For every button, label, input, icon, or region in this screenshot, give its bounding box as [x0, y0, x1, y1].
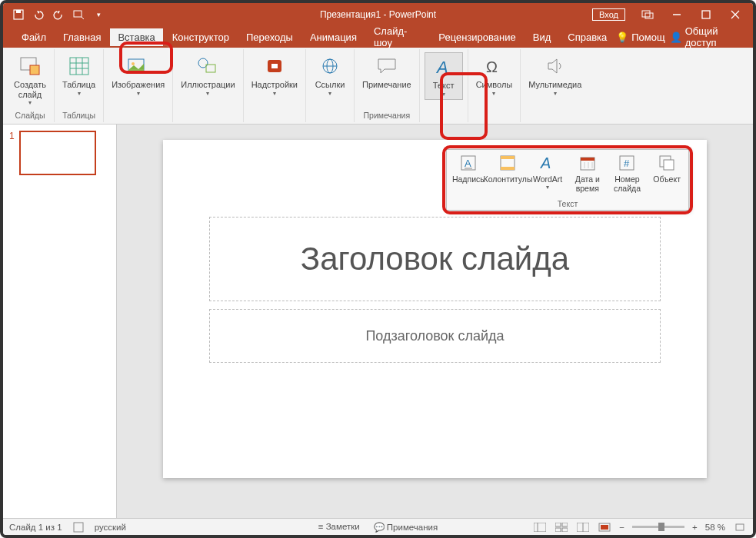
table-button[interactable]: Таблица▾	[59, 52, 98, 98]
comment-button[interactable]: Примечание	[359, 52, 415, 91]
tab-slideshow[interactable]: Слайд-шоу	[366, 22, 429, 51]
svg-rect-54	[736, 524, 744, 530]
save-icon[interactable]	[12, 8, 25, 21]
svg-rect-19	[206, 65, 215, 72]
zoom-in[interactable]: +	[692, 523, 698, 532]
omega-icon: Ω	[481, 54, 506, 78]
slidenum-button[interactable]: #Номерслайда	[608, 153, 646, 199]
new-slide-icon	[18, 54, 42, 78]
status-bar: Слайд 1 из 1 русский ≡ Заметки 💬 Примеча…	[3, 518, 753, 535]
comment-icon	[375, 54, 399, 78]
zoom-out[interactable]: −	[619, 523, 624, 532]
svg-rect-6	[702, 11, 710, 18]
zoom-level[interactable]: 58 %	[705, 523, 725, 532]
headerfooter-icon	[498, 153, 518, 173]
tab-file[interactable]: Файл	[14, 28, 54, 46]
calendar-icon	[578, 153, 598, 173]
tab-review[interactable]: Рецензирование	[431, 28, 523, 46]
svg-rect-21	[271, 64, 278, 68]
notes-toggle[interactable]: ≡ Заметки	[318, 522, 360, 533]
tab-design[interactable]: Конструктор	[165, 28, 237, 46]
qat-dropdown-icon[interactable]: ▾	[92, 8, 105, 21]
group-slides-label: Слайды	[15, 109, 45, 122]
table-icon	[67, 54, 92, 78]
svg-text:A: A	[435, 58, 448, 76]
object-button[interactable]: Объект	[648, 153, 686, 199]
reading-view-icon[interactable]	[576, 521, 590, 533]
maximize-icon[interactable]	[693, 4, 719, 25]
links-button[interactable]: Ссылки▾	[311, 52, 349, 98]
group-tables-label: Таблицы	[62, 109, 95, 122]
sorter-view-icon[interactable]	[555, 521, 568, 533]
slide-indicator[interactable]: Слайд 1 из 1	[9, 523, 62, 532]
text-icon: A	[431, 55, 456, 79]
normal-view-icon[interactable]	[533, 521, 547, 533]
title-placeholder[interactable]: Заголовок слайда	[209, 217, 661, 301]
thumbnail-pane: 1	[3, 125, 117, 518]
svg-rect-32	[501, 167, 515, 170]
ribbon: Создатьслайд▾ Слайды Таблица▾ Таблицы Из…	[3, 48, 753, 125]
ribbon-tabs: Файл Главная Вставка Конструктор Переход…	[3, 26, 753, 48]
images-icon	[126, 54, 151, 78]
display-settings-icon[interactable]	[634, 4, 661, 25]
link-icon	[318, 54, 342, 78]
svg-rect-35	[581, 158, 594, 161]
svg-text:A: A	[540, 154, 551, 171]
svg-point-17	[132, 62, 135, 65]
shapes-icon	[195, 54, 220, 78]
svg-rect-43	[74, 523, 83, 532]
close-icon[interactable]	[722, 4, 748, 25]
illustrations-button[interactable]: Иллюстрации▾	[178, 52, 238, 98]
textbox-icon: A	[458, 153, 478, 173]
wordart-icon: A	[538, 153, 558, 173]
svg-text:Ω: Ω	[486, 58, 498, 75]
tab-home[interactable]: Главная	[55, 28, 108, 46]
subtitle-placeholder[interactable]: Подзаголовок слайда	[209, 309, 661, 363]
slide-number: 1	[9, 131, 15, 175]
tab-insert[interactable]: Вставка	[110, 28, 162, 46]
svg-rect-47	[562, 523, 568, 526]
new-slide-button[interactable]: Создатьслайд▾	[11, 52, 49, 108]
tell-me[interactable]: 💡Помощ	[616, 32, 664, 43]
tab-transitions[interactable]: Переходы	[238, 28, 301, 46]
fit-icon[interactable]	[733, 521, 747, 533]
svg-rect-46	[555, 523, 561, 526]
svg-text:#: #	[624, 158, 630, 169]
headerfooter-button[interactable]: Колонтитулы	[488, 153, 527, 199]
tab-animations[interactable]: Анимация	[302, 28, 365, 46]
redo-icon[interactable]	[52, 8, 65, 21]
title-text: Заголовок слайда	[301, 241, 569, 277]
tell-me-label: Помощ	[631, 32, 664, 43]
datetime-button[interactable]: Дата ивремя	[568, 153, 607, 199]
svg-rect-10	[30, 65, 39, 75]
svg-rect-3	[642, 11, 650, 17]
startfrom-icon[interactable]	[72, 8, 85, 21]
slideshow-view-icon[interactable]	[598, 521, 611, 533]
textbox-button[interactable]: AНадпись	[449, 153, 488, 199]
language-indicator[interactable]: русский	[95, 523, 126, 532]
svg-rect-1	[16, 10, 21, 13]
svg-rect-53	[601, 525, 608, 530]
zoom-slider[interactable]	[632, 526, 684, 528]
svg-rect-31	[501, 156, 515, 159]
undo-icon[interactable]	[32, 8, 45, 21]
slide-thumbnail[interactable]	[19, 131, 96, 175]
login-button[interactable]: Вход	[592, 8, 625, 21]
svg-rect-11	[70, 58, 88, 75]
slidenum-icon: #	[617, 153, 637, 173]
svg-rect-48	[555, 528, 561, 532]
share-button[interactable]: 👤Общий доступ	[670, 25, 742, 48]
wordart-button[interactable]: AWordArt▾	[528, 153, 567, 199]
subtitle-text: Подзаголовок слайда	[365, 328, 504, 344]
comments-toggle[interactable]: 💬 Примечания	[374, 522, 438, 533]
text-button[interactable]: AТекст▾	[425, 52, 463, 100]
tab-help[interactable]: Справка	[560, 28, 614, 46]
media-button[interactable]: Мультимедиа▾	[525, 52, 584, 98]
symbols-button[interactable]: ΩСимволы▾	[473, 52, 516, 98]
svg-rect-44	[534, 523, 546, 532]
tab-view[interactable]: Вид	[525, 28, 559, 46]
images-button[interactable]: Изображения▾	[108, 52, 168, 98]
addins-button[interactable]: Надстройки▾	[248, 52, 301, 98]
minimize-icon[interactable]	[664, 4, 690, 25]
spell-icon[interactable]	[73, 522, 84, 533]
